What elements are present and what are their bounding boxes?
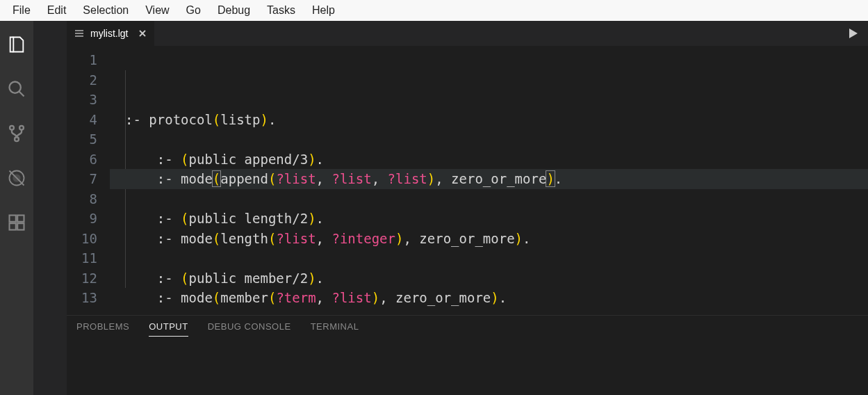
search-icon[interactable]: [0, 72, 33, 106]
tab-label: mylist.lgt: [90, 28, 128, 39]
token-id: append: [220, 171, 268, 186]
token-var: ?term: [276, 290, 316, 305]
code-line[interactable]: :- mode(append(?list, ?list, ?list), zer…: [110, 169, 868, 189]
code-content[interactable]: :- protocol(listp). :- (public append/3)…: [110, 46, 868, 315]
panel-tab-debug-console[interactable]: DEBUG CONSOLE: [208, 321, 291, 337]
line-number: 9: [67, 209, 97, 229]
token-id: mode: [181, 171, 213, 186]
code-line[interactable]: :- protocol(listp).: [110, 110, 868, 130]
code-line[interactable]: [110, 129, 868, 150]
token-paren: (: [213, 290, 220, 305]
token-op: .: [316, 271, 324, 286]
code-line[interactable]: :- (public length/2).: [110, 209, 868, 229]
svg-rect-10: [17, 223, 24, 229]
source-control-icon[interactable]: [0, 117, 33, 150]
menu-go[interactable]: Go: [178, 1, 209, 19]
token-paren: (: [268, 290, 276, 305]
side-panel: [33, 21, 67, 395]
code-line[interactable]: :- mode(length(?list, ?integer), zero_or…: [110, 229, 868, 249]
token-var: ?integer: [331, 231, 395, 246]
line-number-gutter: 12345678910111213: [67, 46, 110, 315]
token-paren: ): [308, 271, 316, 286]
token-op: :-: [125, 171, 181, 186]
token-op: .: [316, 211, 324, 226]
line-number: 2: [67, 70, 97, 90]
token-paren: (: [181, 271, 188, 286]
panel-tab-terminal[interactable]: TERMINAL: [311, 321, 359, 337]
token-op: :-: [125, 211, 181, 226]
token-id: listp: [220, 112, 260, 127]
token-var: ?list: [388, 171, 427, 186]
line-number: 7: [67, 169, 97, 189]
extensions-icon[interactable]: [0, 206, 33, 239]
editor-group: mylist.lgt 12345678910111213 :- protocol…: [67, 21, 868, 395]
token-id: public append/3: [189, 152, 309, 167]
menu-debug[interactable]: Debug: [209, 1, 259, 19]
line-number: 11: [67, 248, 97, 268]
token-op: :-: [125, 152, 181, 167]
code-line[interactable]: :- (public member/2).: [110, 268, 868, 289]
svg-point-2: [10, 126, 14, 130]
token-op: ,: [372, 171, 388, 186]
tab-mylist[interactable]: mylist.lgt: [67, 21, 154, 46]
token-op: ,: [316, 171, 332, 186]
code-line[interactable]: [110, 189, 868, 209]
debug-icon[interactable]: [0, 161, 33, 195]
token-id: , zero_or_more: [403, 231, 514, 246]
token-op: .: [499, 290, 507, 305]
token-id: protocol: [149, 112, 213, 127]
token-paren: ): [372, 290, 379, 305]
line-number: 4: [67, 110, 97, 130]
code-line[interactable]: :- (public append/3).: [110, 150, 868, 170]
menu-view[interactable]: View: [137, 1, 177, 19]
activity-bar: [0, 21, 33, 395]
editor-tabs: mylist.lgt: [67, 21, 868, 46]
menu-edit[interactable]: Edit: [39, 1, 75, 19]
svg-rect-9: [10, 223, 16, 229]
svg-point-0: [10, 82, 21, 93]
token-op: .: [523, 231, 530, 246]
file-icon: [74, 28, 85, 39]
line-number: 8: [67, 189, 97, 209]
code-line[interactable]: [110, 308, 868, 316]
token-id: length: [220, 231, 268, 246]
line-number: 6: [67, 150, 97, 170]
explorer-icon[interactable]: [0, 28, 33, 61]
token-id: , zero_or_more: [379, 290, 491, 305]
line-number: 5: [67, 129, 97, 150]
token-paren: ): [515, 231, 523, 246]
code-line[interactable]: :- mode(member(?term, ?list), zero_or_mo…: [110, 288, 868, 308]
token-op: :-: [125, 112, 149, 127]
panel-body[interactable]: [67, 337, 868, 395]
main-area: mylist.lgt 12345678910111213 :- protocol…: [0, 21, 868, 395]
token-paren: (: [213, 112, 220, 127]
svg-point-4: [15, 137, 19, 141]
menu-help[interactable]: Help: [304, 1, 343, 19]
token-op: ,: [316, 231, 332, 246]
token-paren: ): [308, 152, 316, 167]
menu-tasks[interactable]: Tasks: [259, 1, 304, 19]
svg-line-1: [19, 92, 24, 97]
token-id: mode: [181, 290, 213, 305]
menu-file[interactable]: File: [4, 1, 39, 19]
menu-selection[interactable]: Selection: [74, 1, 137, 19]
token-paren: ): [308, 211, 316, 226]
token-var: ?list: [276, 171, 316, 186]
close-icon[interactable]: [138, 29, 147, 38]
token-op: :-: [125, 290, 181, 305]
line-number: 1: [67, 50, 97, 70]
token-op: .: [316, 152, 324, 167]
run-icon[interactable]: [846, 26, 860, 40]
token-op: .: [268, 112, 276, 127]
token-paren: (: [268, 171, 276, 186]
line-number: 12: [67, 268, 97, 289]
svg-rect-8: [10, 216, 16, 222]
panel-tabs: PROBLEMSOUTPUTDEBUG CONSOLETERMINAL: [67, 316, 868, 337]
code-editor[interactable]: 12345678910111213 :- protocol(listp). :-…: [67, 46, 868, 315]
panel-tab-output[interactable]: OUTPUT: [149, 321, 188, 337]
panel-tab-problems[interactable]: PROBLEMS: [76, 321, 129, 337]
token-paren: ): [395, 231, 403, 246]
menubar: FileEditSelectionViewGoDebugTasksHelp: [0, 0, 868, 21]
token-paren: ): [427, 171, 435, 186]
code-line[interactable]: [110, 248, 868, 268]
